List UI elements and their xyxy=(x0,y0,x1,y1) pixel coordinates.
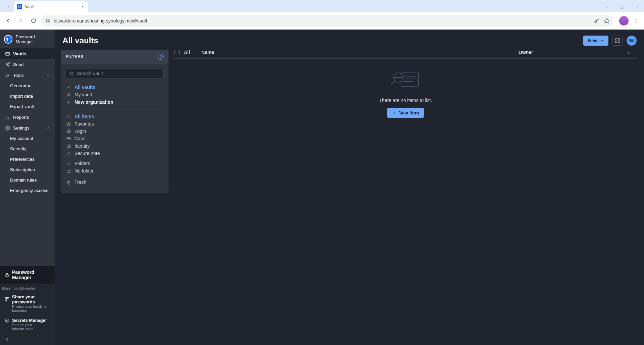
svg-line-61 xyxy=(391,81,395,85)
grid-toggle-button[interactable] xyxy=(612,36,623,46)
sidebar-sub-label: Emergency access xyxy=(10,188,48,193)
svg-rect-29 xyxy=(6,275,8,277)
avatar-initials: MA xyxy=(629,38,635,43)
column-name[interactable]: Name xyxy=(201,50,518,55)
nav-back[interactable] xyxy=(3,15,13,26)
filter-favorites[interactable]: Favorites xyxy=(66,120,164,128)
address-bar[interactable]: bitwarden.mariushosting.synology.me/#/va… xyxy=(41,15,614,27)
filter-no-folder[interactable]: No folder xyxy=(66,167,164,175)
svg-point-7 xyxy=(49,19,50,20)
svg-rect-32 xyxy=(5,300,7,301)
sidebar-sub-label: Export vault xyxy=(10,104,34,109)
search-vault[interactable] xyxy=(66,68,164,79)
nav-forward[interactable] xyxy=(15,15,26,26)
chrome-menu[interactable] xyxy=(631,15,641,26)
tab-title: Vault xyxy=(25,4,77,9)
sidebar-sub-emergency-access[interactable]: Emergency access xyxy=(0,185,55,196)
svg-point-39 xyxy=(70,72,73,75)
filter-all-items[interactable]: All items xyxy=(66,113,164,120)
product-title: Share your passwords xyxy=(12,294,50,304)
new-item-label: New item xyxy=(398,110,419,115)
svg-rect-37 xyxy=(615,41,617,43)
new-item-button[interactable]: New item xyxy=(387,108,424,118)
sidebar-item-label: Settings xyxy=(13,126,43,131)
column-owner[interactable]: Owner xyxy=(518,50,626,55)
sidebar-sub-import-data[interactable]: Import data xyxy=(0,91,55,101)
window-minimize[interactable] xyxy=(600,2,614,12)
nav-reload[interactable] xyxy=(28,15,39,26)
column-all[interactable]: All xyxy=(184,50,201,55)
card-icon xyxy=(66,136,71,141)
sidebar-sub-subscription[interactable]: Subscription xyxy=(0,164,55,175)
filter-card[interactable]: Card xyxy=(66,135,164,142)
new-button[interactable]: New xyxy=(583,36,608,46)
favicon-icon: U xyxy=(17,4,22,9)
terminal-icon xyxy=(5,318,9,323)
more-from-label: More from Bitwarden xyxy=(0,284,55,292)
sidebar-sub-label: Generator xyxy=(10,83,31,88)
chevron-down-icon xyxy=(66,161,71,166)
window-maximize[interactable] xyxy=(614,2,629,12)
product-share-passwords[interactable]: Share your passwords Protect your family… xyxy=(0,292,55,315)
filter-new-organization[interactable]: New organization xyxy=(66,98,164,106)
filter-label: New organization xyxy=(75,99,113,105)
sidebar-item-vaults[interactable]: Vaults xyxy=(0,48,55,59)
help-icon[interactable]: ? xyxy=(158,54,164,60)
filter-my-vault[interactable]: My vault xyxy=(66,91,164,98)
filter-login[interactable]: Login xyxy=(66,128,164,135)
user-avatar[interactable]: MA xyxy=(627,36,637,46)
product-subtitle: Secure your infrastructure xyxy=(5,323,50,331)
window-close[interactable] xyxy=(629,2,644,12)
filter-all-vaults[interactable]: All vaults xyxy=(66,84,164,91)
filter-label: My vault xyxy=(75,92,92,97)
sidebar-item-label: Reports xyxy=(13,115,50,120)
svg-rect-33 xyxy=(5,319,9,322)
browser-tab[interactable]: U Vault xyxy=(14,1,88,12)
sidebar-item-send[interactable]: Send xyxy=(0,59,55,70)
product-subtitle: Protect your family or business xyxy=(5,304,50,312)
bookmark-star-icon[interactable] xyxy=(604,18,610,24)
product-label: Password Manager xyxy=(12,269,50,280)
svg-point-54 xyxy=(628,52,629,53)
send-icon xyxy=(5,62,10,67)
chevron-up-icon xyxy=(46,126,50,130)
sidebar: Password Manager Vaults Send Tools Gener… xyxy=(0,30,55,345)
sidebar-item-reports[interactable]: Reports xyxy=(0,112,55,122)
sidebar-sub-label: Preferences xyxy=(10,157,35,162)
sidebar-sub-generator[interactable]: Generator xyxy=(0,81,55,91)
sidebar-sub-label: Subscription xyxy=(10,167,35,172)
folder-icon xyxy=(66,168,71,174)
filter-label: Folders xyxy=(75,161,90,166)
product-password-manager[interactable]: Password Manager xyxy=(0,266,55,284)
filter-trash[interactable]: Trash xyxy=(66,179,164,186)
sidebar-sub-domain-rules[interactable]: Domain rules xyxy=(0,175,55,185)
sidebar-sub-export-vault[interactable]: Export vault xyxy=(0,101,55,112)
svg-point-53 xyxy=(628,51,629,51)
tab-dropdown[interactable] xyxy=(4,2,13,11)
table-more-menu[interactable] xyxy=(626,50,635,55)
product-secrets-manager[interactable]: Secrets Manager Secure your infrastructu… xyxy=(0,315,55,334)
sidebar-sub-my-account[interactable]: My account xyxy=(0,133,55,144)
svg-point-41 xyxy=(68,93,69,95)
site-settings-icon[interactable] xyxy=(45,18,50,23)
select-all-checkbox[interactable] xyxy=(175,50,184,55)
identity-icon xyxy=(66,143,71,149)
sidebar-item-tools[interactable]: Tools xyxy=(0,70,55,81)
sidebar-sub-security[interactable]: Security xyxy=(0,144,55,154)
vault-icon xyxy=(5,51,10,56)
plus-icon xyxy=(392,111,396,115)
sidebar-collapse[interactable] xyxy=(0,334,55,345)
sidebar-item-settings[interactable]: Settings xyxy=(0,122,55,133)
filter-identity[interactable]: Identity xyxy=(66,142,164,150)
sidebar-sub-preferences[interactable]: Preferences xyxy=(0,154,55,164)
filter-secure-note[interactable]: Secure note xyxy=(66,150,164,157)
search-input[interactable] xyxy=(77,71,160,76)
svg-point-19 xyxy=(636,22,637,23)
new-button-label: New xyxy=(588,38,598,43)
filter-label: All items xyxy=(75,114,94,119)
close-tab-icon[interactable] xyxy=(80,4,85,9)
chrome-profile-avatar[interactable] xyxy=(619,16,629,26)
filter-label: No folder xyxy=(75,168,94,174)
password-key-icon[interactable] xyxy=(594,18,600,24)
filter-folders[interactable]: Folders xyxy=(66,160,164,167)
